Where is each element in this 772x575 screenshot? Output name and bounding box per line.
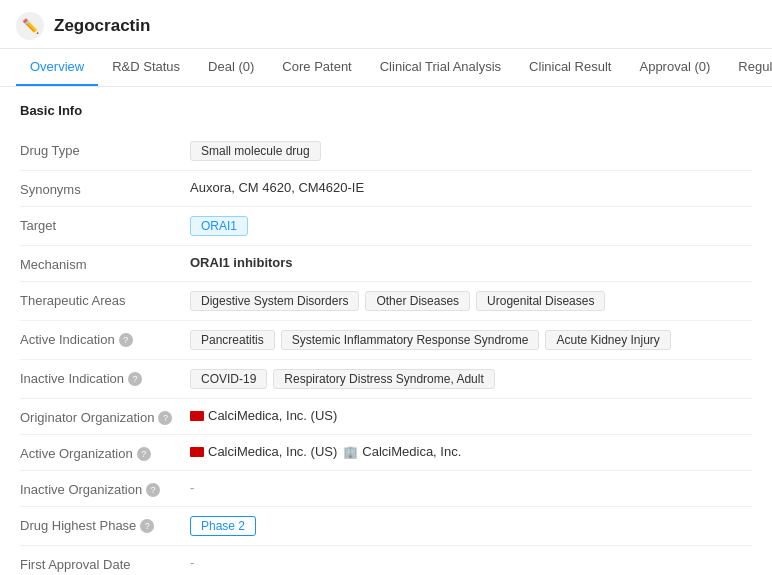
value-synonyms: Auxora, CM 4620, CM4620-IE (190, 180, 752, 195)
row-therapeutic-areas: Therapeutic Areas Digestive System Disor… (20, 282, 752, 321)
value-originator-org: CalciMedica, Inc. (US) (190, 408, 752, 423)
tag-sirs[interactable]: Systemic Inflammatory Response Syndrome (281, 330, 540, 350)
value-target: ORAI1 (190, 216, 752, 236)
header: ✏️ Zegocractin (0, 0, 772, 49)
help-icon-originator-org[interactable]: ? (158, 411, 172, 425)
label-mechanism: Mechanism (20, 255, 190, 272)
row-drug-highest-phase: Drug Highest Phase ? Phase 2 (20, 507, 752, 546)
label-drug-highest-phase: Drug Highest Phase ? (20, 516, 190, 533)
value-mechanism: ORAI1 inhibitors (190, 255, 752, 270)
row-mechanism: Mechanism ORAI1 inhibitors (20, 246, 752, 282)
value-active-org: CalciMedica, Inc. (US) 🏢 CalciMedica, In… (190, 444, 752, 459)
nav-tabs: Overview R&D Status Deal (0) Core Patent… (0, 49, 772, 87)
flag-icon-active-org1 (190, 447, 204, 457)
row-target: Target ORAI1 (20, 207, 752, 246)
label-target: Target (20, 216, 190, 233)
tab-core-patent[interactable]: Core Patent (268, 49, 365, 86)
drug-type-tag[interactable]: Small molecule drug (190, 141, 321, 161)
label-therapeutic-areas: Therapeutic Areas (20, 291, 190, 308)
tab-regulation[interactable]: Regulation (0) (724, 49, 772, 86)
target-tag[interactable]: ORAI1 (190, 216, 248, 236)
tag-digestive[interactable]: Digestive System Disorders (190, 291, 359, 311)
section-basic-info: Basic Info (20, 103, 752, 118)
row-inactive-indication: Inactive Indication ? COVID-19 Respirato… (20, 360, 752, 399)
value-first-approval-date: - (190, 555, 752, 570)
active-org-name-2: CalciMedica, Inc. (362, 444, 461, 459)
value-drug-highest-phase: Phase 2 (190, 516, 752, 536)
drug-phase-badge[interactable]: Phase 2 (190, 516, 256, 536)
label-inactive-org: Inactive Organization ? (20, 480, 190, 497)
tag-rds[interactable]: Respiratory Distress Syndrome, Adult (273, 369, 494, 389)
value-inactive-indication: COVID-19 Respiratory Distress Syndrome, … (190, 369, 752, 389)
content-area: Basic Info Drug Type Small molecule drug… (0, 87, 772, 575)
value-inactive-org: - (190, 480, 752, 495)
tab-approval[interactable]: Approval (0) (625, 49, 724, 86)
help-icon-active-indication[interactable]: ? (119, 333, 133, 347)
row-originator-org: Originator Organization ? CalciMedica, I… (20, 399, 752, 435)
help-icon-active-org[interactable]: ? (137, 447, 151, 461)
flag-icon-originator (190, 411, 204, 421)
label-drug-type: Drug Type (20, 141, 190, 158)
drug-icon: ✏️ (16, 12, 44, 40)
tag-other-diseases[interactable]: Other Diseases (365, 291, 470, 311)
tag-urogenital[interactable]: Urogenital Diseases (476, 291, 605, 311)
row-inactive-org: Inactive Organization ? - (20, 471, 752, 507)
label-originator-org: Originator Organization ? (20, 408, 190, 425)
row-active-indication: Active Indication ? Pancreatitis Systemi… (20, 321, 752, 360)
row-synonyms: Synonyms Auxora, CM 4620, CM4620-IE (20, 171, 752, 207)
originator-org-name: CalciMedica, Inc. (US) (208, 408, 337, 423)
value-drug-type: Small molecule drug (190, 141, 752, 161)
label-active-indication: Active Indication ? (20, 330, 190, 347)
label-active-org: Active Organization ? (20, 444, 190, 461)
value-therapeutic-areas: Digestive System Disorders Other Disease… (190, 291, 752, 311)
row-active-org: Active Organization ? CalciMedica, Inc. … (20, 435, 752, 471)
active-org-item-1[interactable]: CalciMedica, Inc. (US) (190, 444, 337, 459)
tab-clinical-result[interactable]: Clinical Result (515, 49, 625, 86)
building-icon-active-org2: 🏢 (343, 445, 358, 459)
label-synonyms: Synonyms (20, 180, 190, 197)
value-active-indication: Pancreatitis Systemic Inflammatory Respo… (190, 330, 752, 350)
active-org-item-2[interactable]: 🏢 CalciMedica, Inc. (343, 444, 461, 459)
tag-aki[interactable]: Acute Kidney Injury (545, 330, 670, 350)
help-icon-inactive-indication[interactable]: ? (128, 372, 142, 386)
row-first-approval-date: First Approval Date - (20, 546, 752, 575)
tab-rd-status[interactable]: R&D Status (98, 49, 194, 86)
label-first-approval-date: First Approval Date (20, 555, 190, 572)
drug-title: Zegocractin (54, 16, 150, 36)
tag-covid[interactable]: COVID-19 (190, 369, 267, 389)
tab-deal[interactable]: Deal (0) (194, 49, 268, 86)
row-drug-type: Drug Type Small molecule drug (20, 132, 752, 171)
tab-clinical-trial[interactable]: Clinical Trial Analysis (366, 49, 515, 86)
active-org-name-1: CalciMedica, Inc. (US) (208, 444, 337, 459)
tag-pancreatitis[interactable]: Pancreatitis (190, 330, 275, 350)
tab-overview[interactable]: Overview (16, 49, 98, 86)
help-icon-inactive-org[interactable]: ? (146, 483, 160, 497)
label-inactive-indication: Inactive Indication ? (20, 369, 190, 386)
help-icon-drug-phase[interactable]: ? (140, 519, 154, 533)
originator-org-item[interactable]: CalciMedica, Inc. (US) (190, 408, 337, 423)
